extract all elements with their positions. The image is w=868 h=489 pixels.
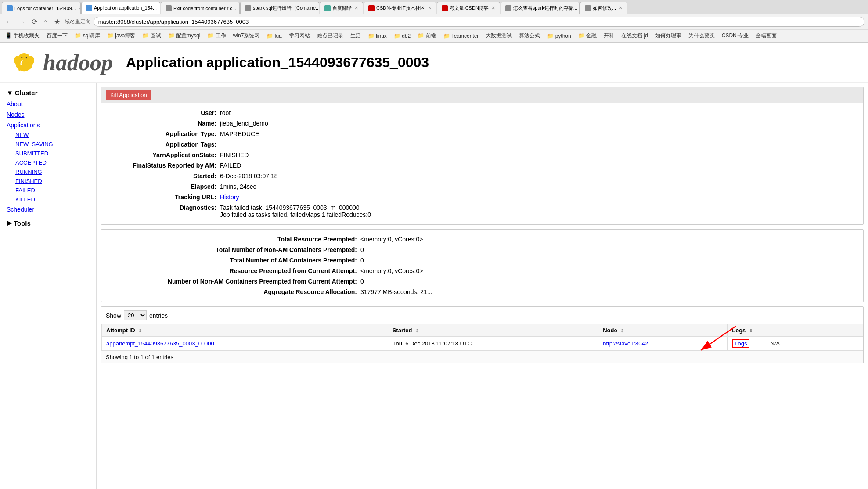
sidebar-item-accepted[interactable]: ACCEPTED [0,158,96,167]
bookmark-why[interactable]: 为什么要实 [687,31,717,40]
table-footer-text: Showing 1 to 1 of 1 entries [106,354,173,360]
home-button[interactable]: ⌂ [42,17,50,27]
close-icon[interactable]: ✕ [491,5,495,11]
elapsed-label: Elapsed: [106,183,220,190]
bookmark-java[interactable]: 📁 java博客 [105,31,137,40]
node-link[interactable]: http://slave1:8042 [603,340,648,347]
kill-application-button[interactable]: Kill Application [106,90,151,100]
tab-label: 怎么查看spark运行时的存储... [513,5,577,11]
tab-favicon [505,5,511,11]
final-status-value: FAILED [220,162,859,169]
attempts-table-panel: Show 20 50 100 entries Attempt [101,306,864,363]
close-icon[interactable]: ✕ [159,5,160,11]
col-started[interactable]: Started ⇕ [388,324,598,337]
total-resource-preempted-value: <memory:0, vCores:0> [360,236,859,243]
tab-spark-sql[interactable]: spark sql运行出错（Containe... ✕ [240,2,319,14]
close-icon[interactable]: ✕ [79,5,81,11]
bookmark-handle[interactable]: 如何办理事 [653,31,683,40]
tab-logs[interactable]: Logs for container_154409... ✕ [2,2,81,14]
bookmark-python[interactable]: 📁 python [545,32,573,40]
back-button[interactable]: ← [4,17,14,27]
address-bar[interactable] [94,17,864,27]
sidebar: ▼ Cluster About Nodes Applications NEW N… [0,83,97,489]
bookmark-front[interactable]: 📁 前端 [416,31,438,40]
forward-button[interactable]: → [17,17,27,27]
col-logs[interactable]: Logs ⇕ [728,324,863,337]
bookmark-baidu[interactable]: 百度一下 [45,31,69,40]
history-link[interactable]: History [220,194,239,201]
sort-icon: ⇕ [415,328,419,333]
bookmark-lua[interactable]: 📁 lua [265,32,283,40]
bookmark-linux[interactable]: 📁 linux [366,32,389,40]
bookmark-mobile[interactable]: 📱 手机收藏夹 [4,31,41,40]
bookmark-db2[interactable]: 📁 db2 [392,32,412,40]
close-icon[interactable]: ✕ [619,5,623,11]
sidebar-item-running[interactable]: RUNNING [0,167,96,176]
bookmark-notes[interactable]: 难点已记录 [315,31,345,40]
bookmark-csdn-pro[interactable]: CSDN·专业 [720,31,750,40]
bookmark-full[interactable]: 全幅画面 [754,31,778,40]
bookmark-life[interactable]: 生活 [349,31,363,40]
logs-link[interactable]: Logs [735,340,747,347]
sidebar-item-new-saving[interactable]: NEW_SAVING [0,140,96,149]
tab-spark-storage[interactable]: 怎么查看spark运行时的存储... ✕ [501,2,580,14]
bookmark-win7[interactable]: win7系统网 [231,31,262,40]
cluster-section-title[interactable]: ▼ Cluster [0,87,96,99]
svg-point-5 [28,56,34,65]
info-row-final-status: FinalStatus Reported by AM: FAILED [101,160,863,171]
user-label: User: [106,109,220,116]
svg-point-7 [26,57,28,59]
info-row-name: Name: jieba_fenci_demo [101,118,863,129]
bookmark-teamcenter[interactable]: 📁 Teamcenter [442,32,481,40]
sidebar-item-finished[interactable]: FINISHED [0,176,96,186]
bookmark-finance[interactable]: 📁 金融 [576,31,598,40]
tab-exit[interactable]: Exit code from container r c... ✕ [161,2,240,14]
bookmark-open[interactable]: 开科 [602,31,616,40]
reload-button[interactable]: ⟳ [30,17,39,27]
svg-point-6 [21,57,23,59]
sidebar-item-failed[interactable]: FAILED [0,186,96,195]
tab-label: CSDN-专业IT技术社区 [376,5,425,11]
am-containers-label: Total Number of AM Containers Preempted: [106,257,360,264]
sidebar-item-new[interactable]: NEW [0,130,96,140]
entries-select[interactable]: 20 50 100 [124,310,147,320]
diagnostics-label: Diagnostics: [106,204,220,218]
non-am-current-attempt-value: 0 [360,278,859,285]
bookmark-sql[interactable]: 📁 sql请库 [73,31,102,40]
attempt-id-link[interactable]: appattempt_1544093677635_0003_000001 [106,340,217,347]
close-icon[interactable]: ✕ [239,5,240,11]
tab-wenku[interactable]: 考文量·CSDN博客 ✕ [437,2,500,14]
bookmark-docs[interactable]: 在线文档·jd [619,31,650,40]
tab-how[interactable]: 如何修改... ✕ [580,2,627,14]
resource-row-1: Total Resource Preempted: <memory:0, vCo… [101,234,863,244]
bookmark-test[interactable]: 📁 圆试 [140,31,162,40]
sidebar-item-applications[interactable]: Applications [0,120,96,130]
sidebar-item-submitted[interactable]: SUBMITTED [0,149,96,158]
tab-favicon [368,5,375,11]
col-attempt-id[interactable]: Attempt ID ⇕ [102,324,388,337]
tab-translate[interactable]: 自度翻译 ✕ [320,2,363,14]
close-icon[interactable]: ✕ [354,5,358,11]
close-icon[interactable]: ✕ [428,5,432,11]
bookmarks-bar: 📱 手机收藏夹 百度一下 📁 sql请库 📁 java博客 📁 圆试 📁 配置m… [0,30,868,42]
info-row-user: User: root [101,108,863,118]
col-node-label: Node [603,327,617,334]
col-node[interactable]: Node ⇕ [598,324,728,337]
tab-csdn[interactable]: CSDN-专业IT技术社区 ✕ [364,2,436,14]
bookmark-algo[interactable]: 算法公式 [517,31,542,40]
sidebar-item-scheduler[interactable]: Scheduler [0,204,96,215]
tools-section-title[interactable]: ▶ Tools [0,217,96,229]
bookmark-study[interactable]: 学习网站 [287,31,312,40]
sidebar-item-about[interactable]: About [0,99,96,109]
bookmark-bigdata[interactable]: 大数据测试 [484,31,514,40]
sidebar-item-nodes[interactable]: Nodes [0,109,96,120]
tab-application[interactable]: Application application_154... ✕ [81,2,160,14]
bookmark-button[interactable]: ★ [52,17,62,27]
bookmark-mysql[interactable]: 📁 配置mysql [166,31,202,40]
tab-favicon [166,5,172,11]
sidebar-item-killed[interactable]: KILLED [0,195,96,204]
bookmark-work[interactable]: 📁 工作 [205,31,227,40]
started-value: 6-Dec-2018 03:07:18 [220,173,859,180]
yarn-state-value: FINISHED [220,151,859,158]
info-row-yarn-state: YarnApplicationState: FINISHED [101,150,863,160]
